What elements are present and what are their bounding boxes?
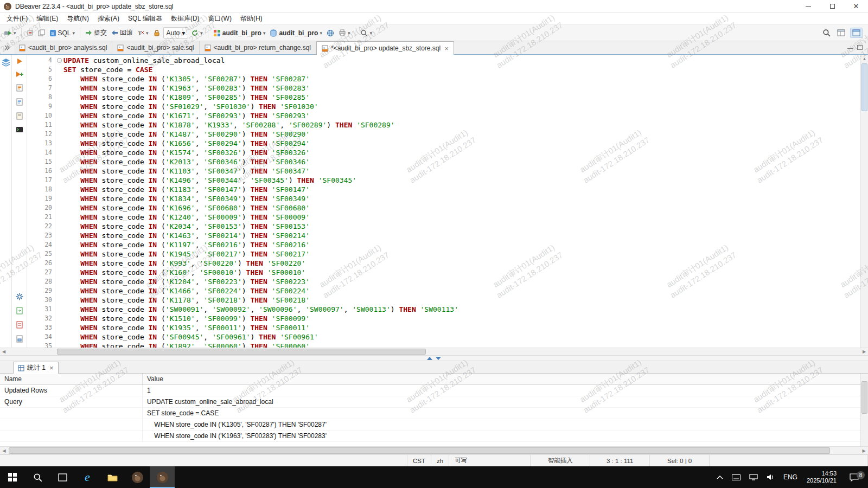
schema-select[interactable]: audit_bi_pro ▾ <box>268 28 324 38</box>
connection-select[interactable]: audit_bi_pro ▾ <box>212 28 267 38</box>
minimize-editor-icon[interactable] <box>847 44 853 52</box>
action-center-button[interactable]: 8 <box>842 473 866 481</box>
tray-expand-icon[interactable] <box>713 466 727 488</box>
panel-scroll-left-icon[interactable]: ◀ <box>0 448 8 453</box>
execute-new-tab-icon[interactable] <box>16 71 23 79</box>
menu-item[interactable]: 帮助(H) <box>236 13 267 24</box>
vertical-scroll-thumb[interactable] <box>861 63 867 111</box>
explain-plan-icon[interactable] <box>16 98 23 107</box>
menu-item[interactable]: 导航(N) <box>62 13 93 24</box>
close-tab-icon[interactable]: × <box>49 364 54 372</box>
table-row[interactable]: WHEN store_code IN ('K1963', 'SF00283') … <box>0 431 868 442</box>
column-header-name[interactable]: Name <box>0 374 143 384</box>
fold-collapse-icon[interactable] <box>57 58 62 63</box>
code-line[interactable]: 26 WHEN store_code IN ('K993', 'SF00220'… <box>27 259 860 268</box>
scroll-right-icon[interactable]: ▶ <box>860 349 868 354</box>
start-button[interactable] <box>0 466 25 488</box>
code-line[interactable]: 34 WHEN store_code IN ('SF00945', 'SF009… <box>27 332 860 342</box>
table-row[interactable]: QueryUPDATE custom_online_sale_abroad_lo… <box>0 396 868 408</box>
editor-tab[interactable]: s<audit_bi_pro> analysis.sql <box>14 41 112 54</box>
commit-button[interactable]: 提交 <box>84 27 108 38</box>
network-profile-button[interactable] <box>325 28 336 38</box>
code-line[interactable]: 12 WHEN store_code IN ('K1487', 'SF00290… <box>27 130 860 139</box>
sql-editor-button[interactable]: S SQL ▾ <box>48 28 77 38</box>
table-row[interactable]: WHEN store_code IN ('K1305', 'SF00287') … <box>0 419 868 431</box>
dbeaver-perspective-button[interactable] <box>850 28 863 38</box>
save-grid-icon[interactable] <box>16 335 23 344</box>
code-editor[interactable]: 4UPDATE custom_online_sale_abroad_local5… <box>27 55 860 348</box>
dbeaver-taskbar-button[interactable] <box>125 466 150 488</box>
settings-gear-icon[interactable] <box>16 293 23 302</box>
language-indicator[interactable]: ENG <box>780 466 801 488</box>
editor-vertical-scrollbar[interactable]: ▲ <box>860 55 868 348</box>
menu-item[interactable]: 编辑(E) <box>32 13 62 24</box>
column-header-value[interactable]: Value <box>143 374 868 384</box>
transaction-mode-select[interactable]: Auto ▾ <box>163 27 189 38</box>
editor-tab[interactable]: s*<audit_bi_pro> update_sbz_store.sql× <box>316 41 454 55</box>
code-line[interactable]: 9 WHEN store_code IN ('SF01029', 'SF0103… <box>27 102 860 111</box>
new-connection-button[interactable]: ▾ <box>2 28 18 38</box>
search-button[interactable] <box>821 28 832 38</box>
internet-explorer-button[interactable]: e <box>75 466 100 488</box>
code-line[interactable]: 17 WHEN store_code IN ('K1496', 'SF00344… <box>27 176 860 185</box>
execute-script-icon[interactable] <box>16 84 23 93</box>
code-line[interactable]: 11 WHEN store_code IN ('K1878', 'K1933',… <box>27 120 860 130</box>
dbeaver-taskbar-button-active[interactable] <box>150 466 175 488</box>
editor-tab[interactable]: s<audit_bi_pro> return_change.sql <box>200 41 316 54</box>
panel-vscroll-thumb[interactable] <box>861 381 867 414</box>
code-line[interactable]: 21 WHEN store_code IN ('K1240', 'SF00009… <box>27 213 860 222</box>
scroll-left-icon[interactable]: ◀ <box>0 349 8 354</box>
execute-statement-icon[interactable] <box>16 58 23 66</box>
scroll-up-icon[interactable]: ▲ <box>861 55 868 62</box>
export-result-icon[interactable] <box>16 307 23 316</box>
code-line[interactable]: 6 WHEN store_code IN ('K1305', 'SF00287'… <box>27 74 860 84</box>
panel-splitter[interactable] <box>0 355 868 361</box>
quick-search-button[interactable]: ▾ <box>359 28 374 38</box>
sql-console-icon[interactable] <box>16 126 23 134</box>
menu-item[interactable]: SQL 编辑器 <box>124 13 167 24</box>
code-line[interactable]: 25 WHEN store_code IN ('K1945', 'SF00217… <box>27 249 860 259</box>
file-explorer-button[interactable] <box>100 466 125 488</box>
code-line[interactable]: 32 WHEN store_code IN ('K1510', 'SF00099… <box>27 314 860 323</box>
maximize-button[interactable] <box>820 0 844 12</box>
restore-navigator-icon[interactable] <box>0 41 14 54</box>
code-line[interactable]: 22 WHEN store_code IN ('K2034', 'SF00153… <box>27 222 860 231</box>
rollback-button[interactable]: 回滚 <box>110 27 135 38</box>
code-line[interactable]: 16 WHEN store_code IN ('K1103', 'SF00347… <box>27 166 860 176</box>
menu-item[interactable]: 文件(F) <box>2 13 32 24</box>
task-view-button[interactable] <box>50 466 75 488</box>
code-line[interactable]: 27 WHEN store_code IN ('K160', 'SF00010'… <box>27 268 860 277</box>
code-line[interactable]: 31 WHEN store_code IN ('SW00091', 'SW000… <box>27 305 860 314</box>
database-navigator-icon[interactable] <box>2 58 10 68</box>
refresh-button[interactable]: ▾ <box>189 28 205 38</box>
code-line[interactable]: 7 WHEN store_code IN ('K1963', 'SF00283'… <box>27 84 860 93</box>
code-line[interactable]: 10 WHEN store_code IN ('K1671', 'SF00293… <box>27 111 860 120</box>
close-button[interactable]: ✕ <box>844 0 868 12</box>
code-line[interactable]: 5SET store_code = CASE <box>27 65 860 74</box>
table-row[interactable]: Updated Rows1 <box>0 385 868 396</box>
menu-item[interactable]: 搜索(A) <box>93 13 124 24</box>
code-line[interactable]: 28 WHEN store_code IN ('K1204', 'SF00223… <box>27 277 860 286</box>
minimize-button[interactable] <box>796 0 820 12</box>
lock-button[interactable] <box>151 28 162 38</box>
editor-horizontal-scrollbar[interactable]: ◀ ▶ <box>0 348 868 355</box>
status-caret-position[interactable]: 3 : 1 : 111 <box>590 455 649 466</box>
menu-item[interactable]: 数据库(D) <box>167 13 204 24</box>
horizontal-scroll-thumb[interactable] <box>57 349 426 355</box>
code-line[interactable]: 19 WHEN store_code IN ('K1834', 'SF00349… <box>27 194 860 203</box>
code-line[interactable]: 33 WHEN store_code IN ('K1935', 'SF00011… <box>27 323 860 332</box>
code-line[interactable]: 24 WHEN store_code IN ('K1197', 'SF00216… <box>27 240 860 249</box>
code-line[interactable]: 8 WHEN store_code IN ('K1809', 'SF00285'… <box>27 93 860 102</box>
fetch-size-button[interactable] <box>36 28 47 37</box>
panel-hscroll-thumb[interactable] <box>9 447 830 454</box>
code-line[interactable]: 15 WHEN store_code IN ('K2013', 'SF00346… <box>27 157 860 166</box>
network-icon[interactable] <box>745 466 762 488</box>
code-line[interactable]: 30 WHEN store_code IN ('K1178', 'SF00218… <box>27 296 860 305</box>
expand-panel-icon[interactable] <box>427 357 432 360</box>
open-perspective-button[interactable] <box>835 28 847 37</box>
menu-item[interactable]: 窗口(W) <box>204 13 236 24</box>
code-line[interactable]: 18 WHEN store_code IN ('K1183', 'SF00147… <box>27 185 860 194</box>
code-line[interactable]: 13 WHEN store_code IN ('K1656', 'SF00294… <box>27 139 860 148</box>
tab-close-icon[interactable]: × <box>444 44 449 53</box>
code-line[interactable]: 14 WHEN store_code IN ('K1574', 'SF00326… <box>27 148 860 157</box>
